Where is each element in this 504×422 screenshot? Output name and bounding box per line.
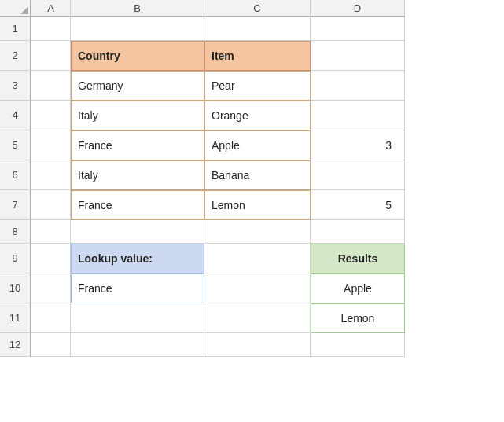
cell-c4-orange[interactable]: Orange — [204, 101, 311, 130]
cell-a11[interactable] — [31, 303, 71, 333]
cell-d12[interactable] — [311, 333, 405, 357]
cell-d7-value[interactable]: 5 — [311, 190, 405, 220]
row-10: 10 France Apple — [0, 273, 504, 303]
cell-b5-france[interactable]: France — [71, 130, 204, 160]
cell-c2-item-header[interactable]: Item — [204, 41, 311, 71]
row-1: 1 — [0, 17, 504, 41]
cell-c10[interactable] — [204, 273, 311, 303]
row-num-10: 10 — [0, 273, 31, 303]
column-headers: A B C D — [0, 0, 504, 17]
row-num-6: 6 — [0, 160, 31, 190]
cell-c12[interactable] — [204, 333, 311, 357]
col-a-header: A — [31, 0, 71, 17]
row-num-4: 4 — [0, 101, 31, 130]
cell-b1[interactable] — [71, 17, 204, 41]
cell-a10[interactable] — [31, 273, 71, 303]
cell-d8[interactable] — [311, 220, 405, 244]
cell-a2[interactable] — [31, 41, 71, 71]
row-num-9: 9 — [0, 244, 31, 273]
row-num-3: 3 — [0, 71, 31, 101]
cell-b9-lookup-header[interactable]: Lookup value: — [71, 244, 204, 273]
cell-d6[interactable] — [311, 160, 405, 190]
cell-c11[interactable] — [204, 303, 311, 333]
cell-c7-lemon[interactable]: Lemon — [204, 190, 311, 220]
row-num-8: 8 — [0, 220, 31, 244]
cell-b11[interactable] — [71, 303, 204, 333]
col-b-header: B — [71, 0, 204, 17]
cell-d10-result-apple[interactable]: Apple — [311, 273, 405, 303]
cell-d11-result-lemon[interactable]: Lemon — [311, 303, 405, 333]
cell-b3-germany[interactable]: Germany — [71, 71, 204, 101]
cell-d4[interactable] — [311, 101, 405, 130]
row-2: 2 Country Item — [0, 41, 504, 71]
cell-a1[interactable] — [31, 17, 71, 41]
row-num-11: 11 — [0, 303, 31, 333]
cell-c6-banana[interactable]: Banana — [204, 160, 311, 190]
cell-a12[interactable] — [31, 333, 71, 357]
cell-b2-country-header[interactable]: Country — [71, 41, 204, 71]
cell-b12[interactable] — [71, 333, 204, 357]
row-num-5: 5 — [0, 130, 31, 160]
spreadsheet: A B C D 1 2 Country Item 3 — [0, 0, 504, 422]
row-8: 8 — [0, 220, 504, 244]
cell-d2[interactable] — [311, 41, 405, 71]
cell-b4-italy[interactable]: Italy — [71, 101, 204, 130]
cell-a6[interactable] — [31, 160, 71, 190]
cell-a3[interactable] — [31, 71, 71, 101]
col-d-header: D — [311, 0, 405, 17]
cell-b8[interactable] — [71, 220, 204, 244]
row-12: 12 — [0, 333, 504, 357]
row-9: 9 Lookup value: Results — [0, 244, 504, 273]
cell-b7-france[interactable]: France — [71, 190, 204, 220]
cell-b6-italy[interactable]: Italy — [71, 160, 204, 190]
cell-c5-apple[interactable]: Apple — [204, 130, 311, 160]
row-num-2: 2 — [0, 41, 31, 71]
row-11: 11 Lemon — [0, 303, 504, 333]
corner-triangle — [20, 6, 28, 14]
cell-d9-results-header[interactable]: Results — [311, 244, 405, 273]
cell-d3[interactable] — [311, 71, 405, 101]
cell-c9[interactable] — [204, 244, 311, 273]
cell-a7[interactable] — [31, 190, 71, 220]
cell-c1[interactable] — [204, 17, 311, 41]
row-7: 7 France Lemon 5 — [0, 190, 504, 220]
cell-d5-value[interactable]: 3 — [311, 130, 405, 160]
cell-b10-lookup-value[interactable]: France — [71, 273, 204, 303]
row-num-12: 12 — [0, 333, 31, 357]
row-num-1: 1 — [0, 17, 31, 41]
cell-a5[interactable] — [31, 130, 71, 160]
row-4: 4 Italy Orange — [0, 101, 504, 130]
row-5: 5 France Apple 3 — [0, 130, 504, 160]
cell-c3-pear[interactable]: Pear — [204, 71, 311, 101]
col-c-header: C — [204, 0, 311, 17]
row-num-7: 7 — [0, 190, 31, 220]
cell-a8[interactable] — [31, 220, 71, 244]
cell-a4[interactable] — [31, 101, 71, 130]
cell-d1[interactable] — [311, 17, 405, 41]
corner-cell — [0, 0, 31, 17]
cell-a9[interactable] — [31, 244, 71, 273]
row-6: 6 Italy Banana — [0, 160, 504, 190]
cell-c8[interactable] — [204, 220, 311, 244]
row-3: 3 Germany Pear — [0, 71, 504, 101]
